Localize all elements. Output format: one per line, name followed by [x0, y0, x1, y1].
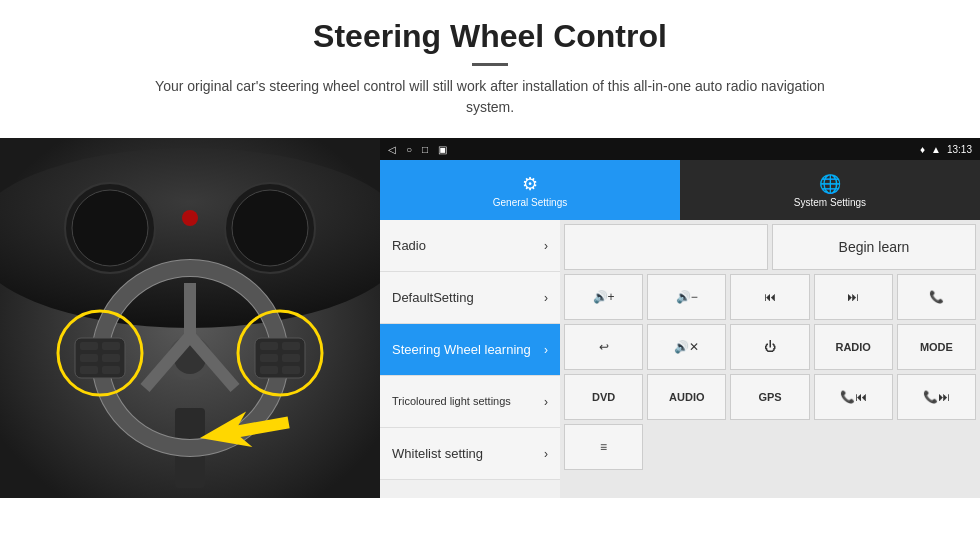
menu-item-defaultsetting[interactable]: DefaultSetting ›	[380, 272, 560, 324]
chevron-icon: ›	[544, 395, 548, 409]
phone-icon: 📞	[929, 290, 944, 304]
screenshot-icon[interactable]: ▣	[438, 144, 447, 155]
recents-icon[interactable]: □	[422, 144, 428, 155]
return-icon: ↩	[599, 340, 609, 354]
gps-button[interactable]: GPS	[730, 374, 809, 420]
menu-item-whitelist-label: Whitelist setting	[392, 446, 483, 461]
right-controls: Begin learn 🔊+ 🔊− ⏮	[560, 220, 980, 498]
controls-grid: 🔊+ 🔊− ⏮ ⏭ 📞	[564, 274, 976, 470]
empty-placeholder	[564, 224, 768, 270]
prev-track-icon: ⏮	[764, 290, 776, 304]
svg-rect-28	[282, 366, 300, 374]
next-track-icon: ⏭	[847, 290, 859, 304]
svg-rect-18	[80, 354, 98, 362]
controls-top-row: Begin learn	[564, 224, 976, 270]
prev-track-button[interactable]: ⏮	[730, 274, 809, 320]
mode-label: MODE	[920, 341, 953, 353]
menu-controls: Radio › DefaultSetting › Steering Wheel …	[380, 220, 980, 498]
device-ui: ◁ ○ □ ▣ ♦ ▲ 13:13 ⚙ General Settings	[380, 138, 980, 498]
general-settings-icon: ⚙	[522, 173, 538, 195]
menu-button[interactable]: ≡	[564, 424, 643, 470]
audio-button[interactable]: AUDIO	[647, 374, 726, 420]
menu-item-whitelist[interactable]: Whitelist setting ›	[380, 428, 560, 480]
status-bar-left: ◁ ○ □ ▣	[388, 144, 447, 155]
chevron-icon: ›	[544, 343, 548, 357]
audio-label: AUDIO	[669, 391, 704, 403]
location-icon: ♦	[920, 144, 925, 155]
menu-item-radio-label: Radio	[392, 238, 426, 253]
phone-next-button[interactable]: 📞⏭	[897, 374, 976, 420]
page-title: Steering Wheel Control	[60, 18, 920, 55]
mute-icon: 🔊✕	[674, 340, 699, 354]
phone-prev-button[interactable]: 📞⏮	[814, 374, 893, 420]
svg-rect-23	[260, 342, 278, 350]
gps-label: GPS	[758, 391, 781, 403]
menu-icon: ≡	[600, 440, 607, 454]
menu-item-steering[interactable]: Steering Wheel learning ›	[380, 324, 560, 376]
menu-item-tricoloured[interactable]: Tricoloured light settings ›	[380, 376, 560, 428]
svg-rect-24	[282, 342, 300, 350]
svg-rect-17	[102, 342, 120, 350]
svg-rect-27	[260, 366, 278, 374]
menu-item-tricoloured-label: Tricoloured light settings	[392, 394, 511, 408]
page-header: Steering Wheel Control Your original car…	[0, 0, 980, 128]
dvd-button[interactable]: DVD	[564, 374, 643, 420]
tab-system-label: System Settings	[794, 197, 866, 208]
chevron-icon: ›	[544, 291, 548, 305]
volume-up-button[interactable]: 🔊+	[564, 274, 643, 320]
svg-rect-19	[102, 354, 120, 362]
car-steering-svg	[0, 138, 380, 498]
phone-button[interactable]: 📞	[897, 274, 976, 320]
wifi-icon: ▲	[931, 144, 941, 155]
volume-down-icon: 🔊−	[676, 290, 698, 304]
tab-bar: ⚙ General Settings 🌐 System Settings	[380, 160, 980, 220]
menu-item-radio[interactable]: Radio ›	[380, 220, 560, 272]
tab-general-label: General Settings	[493, 197, 568, 208]
tab-system-settings[interactable]: 🌐 System Settings	[680, 160, 980, 220]
radio-label: RADIO	[835, 341, 870, 353]
system-settings-icon: 🌐	[819, 173, 841, 195]
status-bar-right: ♦ ▲ 13:13	[920, 144, 972, 155]
volume-up-icon: 🔊+	[593, 290, 615, 304]
svg-point-5	[232, 190, 308, 266]
chevron-icon: ›	[544, 239, 548, 253]
status-time: 13:13	[947, 144, 972, 155]
back-icon[interactable]: ◁	[388, 144, 396, 155]
home-icon[interactable]: ○	[406, 144, 412, 155]
svg-rect-20	[80, 366, 98, 374]
content-area: ◁ ○ □ ▣ ♦ ▲ 13:13 ⚙ General Settings	[0, 138, 980, 498]
svg-rect-16	[80, 342, 98, 350]
svg-point-6	[182, 210, 198, 226]
menu-item-steering-label: Steering Wheel learning	[392, 342, 531, 357]
tab-general-settings[interactable]: ⚙ General Settings	[380, 160, 680, 220]
car-image-container	[0, 138, 380, 498]
volume-down-button[interactable]: 🔊−	[647, 274, 726, 320]
begin-learn-button[interactable]: Begin learn	[772, 224, 976, 270]
mute-button[interactable]: 🔊✕	[647, 324, 726, 370]
page-container: Steering Wheel Control Your original car…	[0, 0, 980, 498]
phone-next-icon: 📞⏭	[923, 390, 950, 404]
phone-prev-icon: 📞⏮	[840, 390, 867, 404]
status-bar: ◁ ○ □ ▣ ♦ ▲ 13:13	[380, 138, 980, 160]
title-divider	[472, 63, 508, 66]
mode-button[interactable]: MODE	[897, 324, 976, 370]
svg-rect-25	[260, 354, 278, 362]
next-track-button[interactable]: ⏭	[814, 274, 893, 320]
menu-item-default-label: DefaultSetting	[392, 290, 474, 305]
svg-rect-21	[102, 366, 120, 374]
chevron-icon: ›	[544, 447, 548, 461]
radio-button[interactable]: RADIO	[814, 324, 893, 370]
page-subtitle: Your original car's steering wheel contr…	[140, 76, 840, 118]
power-icon: ⏻	[764, 340, 776, 354]
left-menu: Radio › DefaultSetting › Steering Wheel …	[380, 220, 560, 498]
dvd-label: DVD	[592, 391, 615, 403]
svg-point-3	[72, 190, 148, 266]
power-button[interactable]: ⏻	[730, 324, 809, 370]
svg-rect-26	[282, 354, 300, 362]
return-button[interactable]: ↩	[564, 324, 643, 370]
